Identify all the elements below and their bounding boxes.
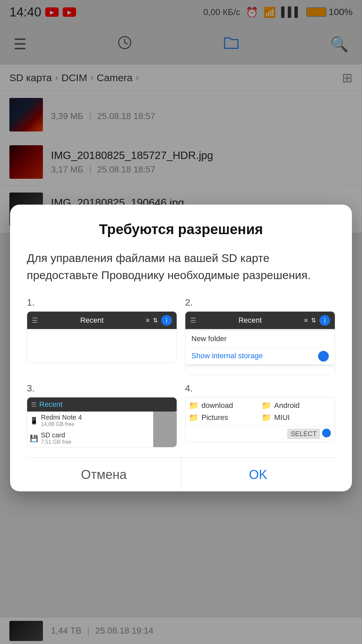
phone-free: 14,88 GB free — [41, 421, 82, 427]
sort-icon: ⇅ — [153, 317, 158, 324]
step-2: 2. ☰ Recent ≡ ⇅ — [185, 297, 335, 375]
mini-fm-icons: ≡ ⇅ — [146, 315, 172, 326]
folder-pictures: 📁 Pictures — [189, 413, 259, 422]
step-3-fm: ☰ Recent 📱 Redmi Note 4 14,88 GB free — [27, 397, 177, 447]
ok-button[interactable]: OK — [181, 458, 336, 491]
phone-icon: 📱 — [30, 417, 38, 425]
folder-label-dl: download — [201, 401, 233, 410]
show-internal-option: Show internal storage — [185, 347, 335, 365]
svg-point-1 — [166, 318, 167, 319]
new-folder-option: New folder — [185, 330, 335, 347]
folder-label-android: Android — [274, 401, 300, 410]
mini-menu-icon-2: ☰ — [190, 316, 196, 324]
mini-menu-icon: ☰ — [32, 316, 38, 324]
step-4: 4. 📁 download 📁 Android 📁 — [185, 383, 335, 447]
folder-label-pictures: Pictures — [201, 413, 228, 422]
dialog-buttons: Отмена OK — [27, 458, 335, 491]
mini-fm-title-2: Recent — [238, 316, 262, 325]
mini-fm-bar: ☰ Recent ≡ ⇅ — [27, 312, 177, 329]
mini-fm-bar-2: ☰ Recent ≡ ⇅ — [185, 312, 335, 329]
mini-select-bar: SELECT — [185, 426, 335, 442]
step-2-image: ☰ Recent ≡ ⇅ — [185, 311, 335, 375]
dialog-title: Требуются разрешения — [27, 221, 335, 237]
step-1-image: ☰ Recent ≡ ⇅ — [27, 311, 177, 363]
mini-recent-bar: ☰ Recent — [27, 397, 177, 412]
sd-label: SD card — [41, 431, 71, 439]
step-4-fm: 📁 download 📁 Android 📁 Pictures 📁 — [185, 397, 335, 442]
more-dot — [161, 315, 172, 326]
folder-android: 📁 Android — [261, 401, 331, 410]
list-icon: ≡ — [146, 317, 149, 324]
mini-menu-icon-3: ☰ — [31, 401, 37, 408]
step-3-body: 📱 Redmi Note 4 14,88 GB free 💾 SD card 7… — [27, 412, 177, 447]
mini-fm-title: Recent — [80, 316, 104, 325]
step-1: 1. ☰ Recent ≡ ⇅ — [27, 297, 177, 375]
mini-body-1 — [27, 329, 177, 363]
folder-download: 📁 download — [189, 401, 259, 410]
gray-sidebar — [153, 412, 177, 447]
cancel-button[interactable]: Отмена — [27, 458, 181, 491]
dialog-body: Для управления файлами на вашей SD карте… — [27, 250, 335, 284]
svg-point-4 — [324, 318, 325, 319]
step2-dot — [318, 351, 329, 362]
step-1-num: 1. — [27, 297, 177, 308]
more-dot-2 — [319, 315, 330, 326]
mini-folders-grid: 📁 download 📁 Android 📁 Pictures 📁 — [185, 397, 335, 426]
step-4-num: 4. — [185, 383, 335, 394]
step-2-fm: ☰ Recent ≡ ⇅ — [185, 312, 335, 375]
step-2-num: 2. — [185, 297, 335, 308]
select-label: SELECT — [287, 429, 320, 439]
folder-icon-dl: 📁 — [189, 401, 199, 410]
svg-point-5 — [324, 320, 325, 321]
folder-icon-android: 📁 — [261, 401, 272, 410]
svg-point-3 — [166, 322, 167, 323]
step-3-image: ☰ Recent 📱 Redmi Note 4 14,88 GB free — [27, 397, 177, 447]
step-1-fm: ☰ Recent ≡ ⇅ — [27, 312, 177, 363]
mini-menu: New folder Show internal storage — [185, 330, 335, 365]
sd-icon: 💾 — [30, 434, 38, 442]
folder-miui: 📁 MIUI — [261, 413, 331, 422]
instructions-grid: 1. ☰ Recent ≡ ⇅ — [27, 297, 335, 447]
step-4-image: 📁 download 📁 Android 📁 Pictures 📁 — [185, 397, 335, 442]
step-3: 3. ☰ Recent 📱 Redmi Note 4 14,88 GB free — [27, 383, 177, 447]
select-dot — [322, 429, 331, 437]
phone-label: Redmi Note 4 — [41, 414, 82, 421]
mini-dropdown: New folder Show internal storage — [185, 330, 335, 375]
folder-icon-miui: 📁 — [261, 413, 272, 422]
svg-point-6 — [324, 322, 325, 323]
recent-label: Recent — [39, 400, 63, 409]
permissions-dialog: Требуются разрешения Для управления файл… — [10, 205, 352, 491]
folder-icon-pictures: 📁 — [189, 413, 199, 422]
svg-point-2 — [166, 320, 167, 321]
folder-label-miui: MIUI — [274, 413, 290, 422]
step-3-num: 3. — [27, 383, 177, 394]
sd-free: 7,51 GB free — [41, 439, 71, 445]
mini-fm-icons-2: ≡ ⇅ — [304, 315, 330, 326]
